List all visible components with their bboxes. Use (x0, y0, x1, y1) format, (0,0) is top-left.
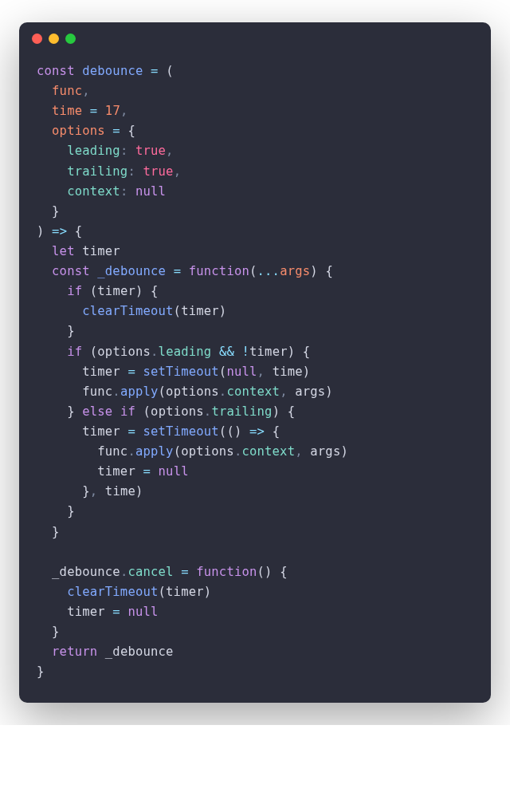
window-titlebar (19, 22, 491, 49)
maximize-icon[interactable] (65, 34, 76, 44)
code-window: const debounce = ( func, time = 17, opti… (19, 22, 491, 703)
code-block: const debounce = ( func, time = 17, opti… (19, 49, 491, 703)
minimize-icon[interactable] (49, 34, 59, 44)
close-icon[interactable] (32, 34, 42, 44)
